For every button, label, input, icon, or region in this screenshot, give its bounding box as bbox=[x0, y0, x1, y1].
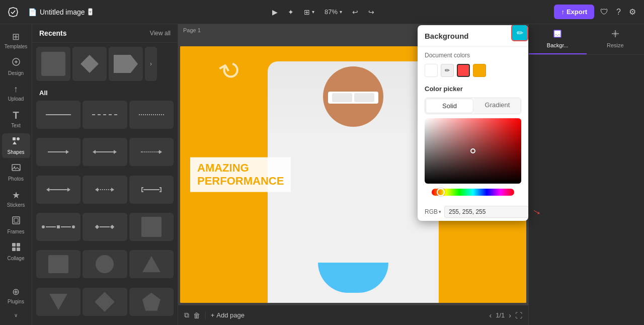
svg-rect-7 bbox=[14, 218, 18, 222]
recent-item-2[interactable] bbox=[72, 47, 107, 81]
tab-background[interactable]: Backgr... bbox=[529, 24, 587, 54]
solid-tab[interactable]: Solid bbox=[426, 99, 473, 113]
sidebar-item-plugins[interactable]: ⊕ Plugins bbox=[2, 283, 30, 307]
layout-button[interactable]: ⊞ ▾ bbox=[301, 6, 317, 18]
text-icon: T bbox=[13, 110, 19, 121]
hue-cursor bbox=[437, 188, 445, 196]
sidebar-item-photos[interactable]: Photos bbox=[2, 160, 30, 185]
background-panel: Background × Document colors ✏ Color pic… bbox=[418, 25, 528, 221]
right-panel: Backgr... Resize bbox=[528, 24, 644, 325]
circle-shape bbox=[96, 255, 114, 273]
dotted-double-arrow-shape bbox=[95, 188, 114, 192]
sidebar-item-design[interactable]: Design bbox=[2, 54, 30, 79]
shape-item-square[interactable] bbox=[36, 250, 80, 278]
file-name: Untitled image bbox=[40, 8, 85, 16]
gradient-tab[interactable]: Gradient bbox=[474, 98, 521, 114]
play-button[interactable]: ▶ bbox=[269, 6, 281, 18]
zoom-button[interactable]: 87% ▾ bbox=[321, 6, 345, 18]
stickers-label: Stickers bbox=[7, 202, 25, 208]
shape-item-dotted-line[interactable] bbox=[129, 101, 174, 129]
prev-page-button[interactable]: ‹ bbox=[490, 311, 492, 319]
sidebar-item-text[interactable]: T Text bbox=[2, 107, 30, 131]
sidebar-item-shapes[interactable]: Shapes bbox=[2, 133, 30, 158]
plugins-icon: ⊕ bbox=[12, 286, 20, 297]
background-tab-label: Backgr... bbox=[547, 42, 569, 48]
dotted-arrow-shape bbox=[141, 150, 162, 154]
frames-icon bbox=[12, 216, 21, 227]
shape-item-diamond[interactable] bbox=[83, 288, 127, 316]
shape-item-rect-gray[interactable] bbox=[129, 213, 174, 241]
settings-button[interactable]: ⚙ bbox=[627, 5, 638, 19]
redo-button[interactable]: ↪ bbox=[365, 6, 377, 18]
recent-item-1[interactable] bbox=[36, 47, 70, 81]
bg-panel-title: Background bbox=[425, 32, 469, 40]
swatch-yellow[interactable] bbox=[473, 64, 486, 77]
shape-item-arrow-both[interactable] bbox=[83, 138, 127, 166]
shape-circle-handle[interactable] bbox=[240, 235, 268, 263]
eyedropper-active-button[interactable]: ✏ bbox=[511, 25, 528, 41]
doc-colors-label: Document colors bbox=[418, 47, 528, 62]
shape-item-dashed-line[interactable] bbox=[83, 101, 127, 129]
sidebar-item-stickers[interactable]: ★ Stickers bbox=[2, 187, 30, 211]
file-dropdown-btn[interactable]: ▾ bbox=[88, 8, 93, 16]
rgb-dropdown-icon: ▾ bbox=[439, 209, 441, 214]
view-all-button[interactable]: View all bbox=[150, 30, 171, 37]
svg-rect-8 bbox=[12, 243, 16, 247]
rgb-row: RGB ▾ bbox=[418, 203, 528, 221]
export-label: Export bbox=[567, 8, 587, 16]
rgb-label-text: RGB bbox=[425, 208, 438, 215]
right-tabs: Backgr... Resize bbox=[529, 24, 644, 55]
export-button[interactable]: ↑ Export bbox=[554, 5, 594, 19]
swatch-eyedropper[interactable]: ✏ bbox=[441, 64, 454, 77]
magic-button[interactable]: ✦ bbox=[285, 6, 297, 18]
delete-page-button[interactable]: 🗑 bbox=[193, 311, 200, 319]
shape-item-bracket-line[interactable] bbox=[129, 176, 174, 204]
swatch-red[interactable] bbox=[457, 64, 470, 77]
add-page-button[interactable]: + Add page bbox=[211, 311, 245, 319]
shape-item-solid-line[interactable] bbox=[36, 101, 80, 129]
shape-item-triangle-down[interactable] bbox=[36, 288, 80, 316]
gray-rect-shape bbox=[141, 217, 162, 237]
shape-item-triangle[interactable] bbox=[129, 250, 174, 278]
shape-item-dotted-arrow[interactable] bbox=[129, 138, 174, 166]
undo-button[interactable]: ↩ bbox=[349, 6, 361, 18]
hue-row: ✏ bbox=[425, 186, 521, 200]
fullscreen-button[interactable]: ⛶ bbox=[515, 311, 522, 319]
arrow-right-shape bbox=[48, 150, 69, 154]
shape-item-circle[interactable] bbox=[83, 250, 127, 278]
collapse-button[interactable]: ∨ bbox=[2, 309, 30, 321]
swatch-white[interactable] bbox=[425, 64, 438, 77]
recent-item-3[interactable] bbox=[109, 47, 143, 81]
shape-item-arrow-right[interactable] bbox=[36, 138, 80, 166]
shape-item-pentagon[interactable] bbox=[129, 288, 174, 316]
shield-button[interactable]: 🛡 bbox=[598, 6, 610, 19]
help-button[interactable]: ? bbox=[614, 6, 623, 19]
frames-label: Frames bbox=[8, 229, 25, 234]
page-label: Page 1 bbox=[183, 27, 201, 33]
shape-item-dotted-double-arrow[interactable] bbox=[83, 176, 127, 204]
next-page-button[interactable]: › bbox=[509, 311, 511, 319]
tab-resize[interactable]: Resize bbox=[587, 24, 645, 54]
panel-title: Recents bbox=[39, 29, 66, 37]
recent-thumbnail-1 bbox=[41, 52, 65, 76]
shapes-panel: Recents View all › All bbox=[32, 24, 178, 325]
color-gradient-picker[interactable] bbox=[425, 118, 521, 184]
recent-scroll-arrow[interactable]: › bbox=[145, 47, 157, 81]
sidebar-item-templates[interactable]: ⊞ Templates bbox=[2, 28, 30, 52]
sidebar-item-frames[interactable]: Frames bbox=[2, 213, 30, 237]
export-icon: ↑ bbox=[561, 8, 565, 16]
plugins-label: Plugins bbox=[8, 299, 24, 304]
background-tab-icon bbox=[553, 29, 562, 40]
shape-item-handle-square[interactable] bbox=[36, 213, 80, 241]
rgb-label[interactable]: RGB ▾ bbox=[425, 208, 441, 215]
shape-item-handle-diamond[interactable] bbox=[83, 213, 127, 241]
text-overlay-left[interactable]: AMAZING PERFORMANCE bbox=[190, 157, 291, 192]
sidebar-item-collage[interactable]: Collage bbox=[2, 239, 30, 264]
copy-page-button[interactable]: ⧉ bbox=[184, 311, 189, 319]
sidebar-item-upload[interactable]: ↑ Upload bbox=[2, 81, 30, 105]
logo-icon[interactable] bbox=[6, 5, 20, 19]
svg-rect-4 bbox=[12, 165, 20, 171]
rgb-value-input[interactable] bbox=[444, 206, 528, 218]
shapes-icon bbox=[12, 136, 21, 148]
shape-item-double-arrow[interactable] bbox=[36, 176, 80, 204]
